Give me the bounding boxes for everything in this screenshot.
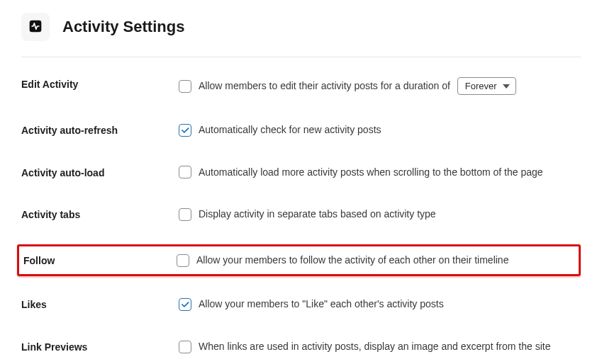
text-link-previews: When links are used in activity posts, d…: [199, 340, 581, 354]
row-follow: Follow Allow your members to follow the …: [17, 244, 581, 277]
checkbox-auto-load[interactable]: [179, 166, 191, 178]
header-icon-box: [21, 13, 50, 41]
control-follow: Allow your members to follow the activit…: [177, 254, 576, 268]
select-edit-duration[interactable]: Forever: [457, 77, 516, 95]
label-auto-load: Activity auto-load: [21, 166, 179, 178]
control-auto-load: Automatically load more activity posts w…: [179, 166, 581, 180]
control-link-previews: When links are used in activity posts, d…: [179, 340, 581, 354]
label-auto-refresh: Activity auto-refresh: [21, 123, 179, 136]
control-auto-refresh: Automatically check for new activity pos…: [179, 123, 581, 137]
row-link-previews: Link Previews When links are used in act…: [21, 340, 581, 354]
control-activity-tabs: Display activity in separate tabs based …: [179, 207, 581, 222]
text-auto-refresh: Automatically check for new activity pos…: [199, 123, 581, 137]
control-edit-activity: Allow members to edit their activity pos…: [179, 77, 581, 95]
label-edit-activity: Edit Activity: [21, 77, 179, 90]
checkbox-link-previews[interactable]: [179, 341, 191, 353]
row-auto-refresh: Activity auto-refresh Automatically chec…: [21, 123, 581, 137]
checkbox-auto-refresh[interactable]: [179, 124, 191, 137]
control-likes: Allow your members to "Like" each other'…: [179, 297, 581, 312]
checkbox-edit-activity[interactable]: [179, 80, 191, 93]
label-follow: Follow: [19, 254, 177, 266]
text-auto-load: Automatically load more activity posts w…: [199, 166, 581, 180]
row-auto-load: Activity auto-load Automatically load mo…: [21, 166, 581, 180]
checkbox-follow[interactable]: [177, 254, 189, 267]
checkbox-likes[interactable]: [179, 298, 191, 311]
text-follow: Allow your members to follow the activit…: [196, 254, 576, 268]
label-activity-tabs: Activity tabs: [21, 207, 179, 220]
activity-icon: [28, 19, 43, 35]
checkbox-activity-tabs[interactable]: [179, 208, 191, 221]
row-activity-tabs: Activity tabs Display activity in separa…: [21, 207, 581, 222]
row-likes: Likes Allow your members to "Like" each …: [21, 297, 581, 312]
page-title: Activity Settings: [62, 18, 184, 36]
row-edit-activity: Edit Activity Allow members to edit thei…: [21, 77, 581, 95]
label-likes: Likes: [21, 297, 179, 310]
label-link-previews: Link Previews: [21, 340, 179, 353]
text-likes: Allow your members to "Like" each other'…: [199, 297, 581, 312]
page-header: Activity Settings: [21, 13, 581, 57]
text-activity-tabs: Display activity in separate tabs based …: [199, 207, 581, 222]
text-edit-activity: Allow members to edit their activity pos…: [199, 77, 581, 95]
